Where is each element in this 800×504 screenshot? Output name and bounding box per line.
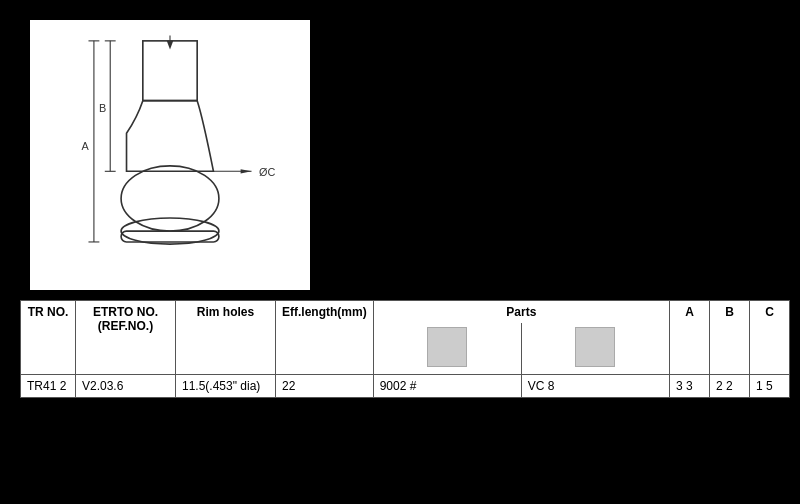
header-tr-no: TR NO. [21,301,76,375]
header-etrto: ETRTO NO. (REF.NO.) [76,301,176,375]
svg-text:A: A [82,140,90,152]
cell-parts-no: 9002 # [373,375,521,398]
svg-marker-16 [167,41,174,50]
cell-tr-no: TR41 2 [21,375,76,398]
header-c: C [750,301,790,375]
header-a: A [670,301,710,375]
header-b: B [710,301,750,375]
specs-table: TR NO. ETRTO NO. (REF.NO.) Rim holes Eff… [20,300,790,398]
parts-image-placeholder [427,327,467,367]
cell-c: 1 5 [750,375,790,398]
header-eff-length: Eff.length(mm) [276,301,374,375]
page: A B ØC TR NO. ETRTO NO. (REF.NO.) Rim ho… [0,0,800,504]
cell-a: 3 3 [670,375,710,398]
header-parts-no [373,323,521,375]
parts-image-placeholder-2 [575,327,615,367]
technical-diagram: A B ØC [50,30,290,280]
svg-marker-13 [241,169,252,173]
cell-etrto: V2.03.6 [76,375,176,398]
svg-text:B: B [99,102,106,114]
cell-b: 2 2 [710,375,750,398]
table-row: TR41 2 V2.03.6 11.5(.453" dia) 22 9002 #… [21,375,790,398]
cell-parts-vc: VC 8 [521,375,669,398]
diagram-area: A B ØC [30,20,310,290]
svg-rect-0 [143,41,197,101]
cell-rim-holes: 11.5(.453" dia) [176,375,276,398]
cell-eff-length: 22 [276,375,374,398]
table-container: TR NO. ETRTO NO. (REF.NO.) Rim holes Eff… [20,300,790,398]
header-parts: Parts [373,301,669,324]
header-parts-vc [521,323,669,375]
header-rim-holes: Rim holes [176,301,276,375]
svg-text:ØC: ØC [259,166,275,178]
